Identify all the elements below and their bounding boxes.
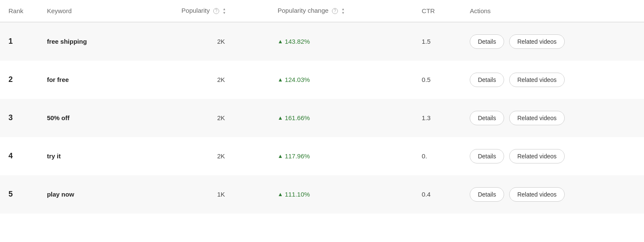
up-arrow-icon: ▲ — [278, 38, 283, 45]
col-header-ctr: CTR — [413, 0, 461, 22]
details-button[interactable]: Details — [470, 111, 504, 125]
ctr-cell: 0.4 — [413, 175, 461, 214]
keyword-cell: play now — [39, 175, 173, 214]
keyword-cell: 50% off — [39, 99, 173, 137]
related-videos-button[interactable]: Related videos — [509, 111, 565, 125]
change-positive-value: ▲ 124.03% — [278, 76, 405, 83]
keywords-table: Rank Keyword Popularity ? ▲ ▼ Popularity… — [0, 0, 644, 214]
up-arrow-icon: ▲ — [278, 115, 283, 121]
change-positive-value: ▲ 111.10% — [278, 191, 405, 198]
related-videos-button[interactable]: Related videos — [509, 149, 565, 163]
ctr-cell: 0. — [413, 137, 461, 175]
sort-down-icon[interactable]: ▼ — [223, 11, 226, 15]
rank-cell: 5 — [0, 175, 39, 214]
popularity-sort-icons[interactable]: ▲ ▼ — [223, 8, 226, 15]
rank-cell: 2 — [0, 61, 39, 99]
change-percent: 117.96% — [285, 152, 310, 160]
popularity-cell: 2K — [173, 22, 269, 61]
col-header-popularity-change: Popularity change ? ▲ ▼ — [269, 0, 413, 22]
popularity-help-icon[interactable]: ? — [213, 8, 219, 14]
up-arrow-icon: ▲ — [278, 153, 283, 159]
popularity-change-help-icon[interactable]: ? — [332, 8, 338, 14]
popularity-change-sort-icons[interactable]: ▲ ▼ — [341, 8, 345, 15]
rank-cell: 1 — [0, 22, 39, 61]
actions-cell: Details Related videos — [461, 61, 644, 99]
sort-down-icon[interactable]: ▼ — [341, 11, 345, 15]
change-percent: 143.82% — [285, 38, 310, 45]
col-header-popularity: Popularity ? ▲ ▼ — [173, 0, 269, 22]
up-arrow-icon: ▲ — [278, 191, 283, 197]
related-videos-button[interactable]: Related videos — [509, 34, 565, 49]
table-row: 1 free shipping 2K ▲ 143.82% 1.5 Details… — [0, 22, 644, 61]
col-header-keyword: Keyword — [39, 0, 173, 22]
keyword-cell: for free — [39, 61, 173, 99]
table-row: 2 for free 2K ▲ 124.03% 0.5 Details Rela… — [0, 61, 644, 99]
rank-cell: 3 — [0, 99, 39, 137]
ctr-cell: 1.5 — [413, 22, 461, 61]
change-positive-value: ▲ 143.82% — [278, 38, 405, 45]
related-videos-button[interactable]: Related videos — [509, 73, 565, 87]
ctr-cell: 0.5 — [413, 61, 461, 99]
change-percent: 161.66% — [285, 114, 310, 121]
popularity-cell: 1K — [173, 175, 269, 214]
sort-up-icon[interactable]: ▲ — [223, 8, 226, 11]
keyword-cell: try it — [39, 137, 173, 175]
table-row: 3 50% off 2K ▲ 161.66% 1.3 Details Relat… — [0, 99, 644, 137]
popularity-change-cell: ▲ 161.66% — [269, 99, 413, 137]
details-button[interactable]: Details — [470, 149, 504, 163]
details-button[interactable]: Details — [470, 34, 504, 49]
col-header-actions: Actions — [461, 0, 644, 22]
keyword-cell: free shipping — [39, 22, 173, 61]
change-positive-value: ▲ 161.66% — [278, 114, 405, 121]
change-percent: 124.03% — [285, 76, 310, 83]
popularity-change-cell: ▲ 143.82% — [269, 22, 413, 61]
actions-cell: Details Related videos — [461, 175, 644, 214]
popularity-cell: 2K — [173, 137, 269, 175]
sort-up-icon[interactable]: ▲ — [341, 8, 345, 11]
popularity-change-cell: ▲ 124.03% — [269, 61, 413, 99]
rank-cell: 4 — [0, 137, 39, 175]
popularity-cell: 2K — [173, 61, 269, 99]
popularity-change-cell: ▲ 117.96% — [269, 137, 413, 175]
popularity-change-cell: ▲ 111.10% — [269, 175, 413, 214]
actions-cell: Details Related videos — [461, 137, 644, 175]
up-arrow-icon: ▲ — [278, 76, 283, 83]
col-header-rank: Rank — [0, 0, 39, 22]
main-table-container: Rank Keyword Popularity ? ▲ ▼ Popularity… — [0, 0, 644, 242]
table-header-row: Rank Keyword Popularity ? ▲ ▼ Popularity… — [0, 0, 644, 22]
details-button[interactable]: Details — [470, 187, 504, 202]
actions-cell: Details Related videos — [461, 99, 644, 137]
details-button[interactable]: Details — [470, 73, 504, 87]
change-positive-value: ▲ 117.96% — [278, 152, 405, 160]
popularity-cell: 2K — [173, 99, 269, 137]
ctr-cell: 1.3 — [413, 99, 461, 137]
table-row: 4 try it 2K ▲ 117.96% 0. Details Related… — [0, 137, 644, 175]
related-videos-button[interactable]: Related videos — [509, 187, 565, 202]
actions-cell: Details Related videos — [461, 22, 644, 61]
table-row: 5 play now 1K ▲ 111.10% 0.4 Details Rela… — [0, 175, 644, 214]
change-percent: 111.10% — [285, 191, 310, 198]
